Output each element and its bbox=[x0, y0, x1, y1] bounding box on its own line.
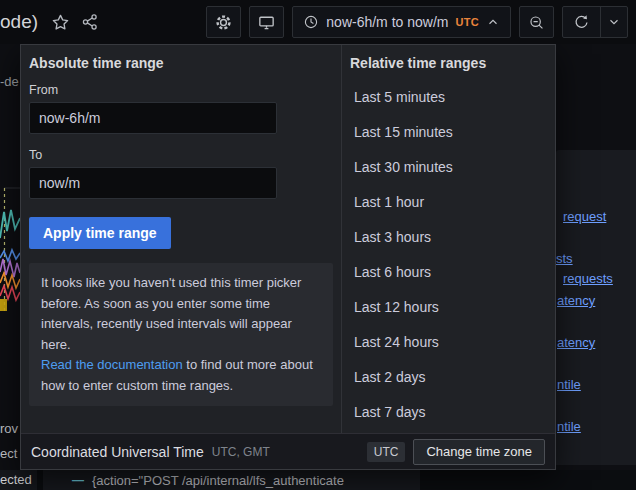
clock-icon bbox=[303, 14, 319, 30]
relative-heading: Relative time ranges bbox=[342, 53, 555, 71]
timezone-badge: UTC bbox=[367, 442, 406, 462]
to-label: To bbox=[29, 148, 329, 162]
timezone-name: Coordinated Universal Time bbox=[31, 444, 204, 460]
refresh-icon bbox=[573, 14, 590, 31]
bg-bottom-strip: ected — {action="POST /api/internal/lfs_… bbox=[0, 470, 636, 490]
relative-option-last-3-hours[interactable]: Last 3 hours bbox=[342, 220, 555, 255]
gear-icon bbox=[214, 13, 233, 32]
relative-option-last-12-hours[interactable]: Last 12 hours bbox=[342, 290, 555, 325]
topbar-actions: now-6h/m to now/m UTC bbox=[206, 6, 636, 38]
time-range-dropdown: Absolute time range From To Apply time r… bbox=[20, 44, 556, 470]
panel-link[interactable]: ntile bbox=[557, 377, 581, 392]
panel-link[interactable]: request bbox=[563, 209, 606, 224]
absolute-time-range-section: Absolute time range From To Apply time r… bbox=[21, 45, 341, 433]
timezone-codes: UTC, GMT bbox=[212, 445, 270, 459]
monitor-icon bbox=[257, 13, 276, 32]
to-input[interactable] bbox=[29, 167, 277, 199]
refresh-interval-dropdown[interactable] bbox=[600, 7, 627, 37]
chevron-down-icon bbox=[607, 15, 621, 29]
zoom-out-button[interactable] bbox=[519, 6, 554, 38]
from-label: From bbox=[29, 83, 329, 97]
relative-option-last-15-minutes[interactable]: Last 15 minutes bbox=[342, 115, 555, 150]
grafana-time-picker-screen: -de rov ect request sts requests atency … bbox=[0, 0, 636, 490]
relative-option-last-5-minutes[interactable]: Last 5 minutes bbox=[342, 80, 555, 115]
time-range-label: now-6h/m to now/m bbox=[326, 14, 448, 30]
apply-time-range-button[interactable]: Apply time range bbox=[29, 217, 171, 249]
legend-series-label[interactable]: {action="POST /api/internal/lfs_authenti… bbox=[92, 473, 344, 488]
dropdown-body: Absolute time range From To Apply time r… bbox=[21, 45, 555, 433]
relative-option-last-2-days[interactable]: Last 2 days bbox=[342, 360, 555, 395]
chevron-up-icon bbox=[486, 15, 500, 29]
relative-option-last-30-minutes[interactable]: Last 30 minutes bbox=[342, 150, 555, 185]
bg-chart-fragment bbox=[0, 155, 20, 315]
dashboard-topbar: ode) now-6h/m to now/m UTC bbox=[0, 0, 636, 44]
tv-mode-button[interactable] bbox=[249, 6, 284, 38]
bg-text-fragment: ect bbox=[0, 446, 19, 462]
panel-link[interactable]: requests bbox=[563, 271, 613, 286]
dashboard-title-fragment: ode) bbox=[0, 11, 38, 33]
panel-link[interactable]: atency bbox=[557, 293, 595, 308]
bg-text-fragment: rov bbox=[0, 421, 19, 437]
relative-option-last-6-hours[interactable]: Last 6 hours bbox=[342, 255, 555, 290]
legend-color-dash: — bbox=[72, 473, 84, 487]
share-icon[interactable] bbox=[81, 13, 99, 31]
change-time-zone-button[interactable]: Change time zone bbox=[413, 439, 545, 465]
relative-option-last-24-hours[interactable]: Last 24 hours bbox=[342, 325, 555, 360]
timezone-label: UTC bbox=[455, 16, 479, 28]
refresh-button[interactable] bbox=[563, 7, 600, 37]
panel-link[interactable]: atency bbox=[557, 335, 595, 350]
relative-time-ranges-section: Relative time ranges Last 5 minutes Last… bbox=[341, 45, 555, 433]
relative-option-last-7-days[interactable]: Last 7 days bbox=[342, 395, 555, 430]
refresh-button-group bbox=[562, 6, 628, 38]
timezone-footer: Coordinated Universal Time UTC, GMT UTC … bbox=[21, 433, 555, 469]
panel-link[interactable]: ntile bbox=[557, 419, 581, 434]
panel-link[interactable]: sts bbox=[556, 251, 573, 266]
bg-row-title-fragment: -de bbox=[0, 74, 19, 90]
legend-row: — {action="POST /api/internal/lfs_authen… bbox=[43, 470, 420, 490]
info-text: It looks like you haven't used this time… bbox=[41, 275, 301, 352]
time-range-picker-button[interactable]: now-6h/m to now/m UTC bbox=[292, 6, 511, 38]
bg-dashboard-panel: request sts requests atency atency ntile… bbox=[556, 150, 636, 465]
magnifier-minus-icon bbox=[528, 14, 545, 31]
absolute-heading: Absolute time range bbox=[29, 55, 329, 71]
star-icon[interactable] bbox=[51, 13, 70, 32]
read-documentation-link[interactable]: Read the documentation bbox=[41, 357, 183, 372]
bg-text-fragment: ected bbox=[0, 470, 37, 490]
from-input[interactable] bbox=[29, 102, 277, 134]
recent-ranges-info: It looks like you haven't used this time… bbox=[29, 263, 333, 406]
relative-option-last-1-hour[interactable]: Last 1 hour bbox=[342, 185, 555, 220]
dashboard-settings-button[interactable] bbox=[206, 6, 241, 38]
